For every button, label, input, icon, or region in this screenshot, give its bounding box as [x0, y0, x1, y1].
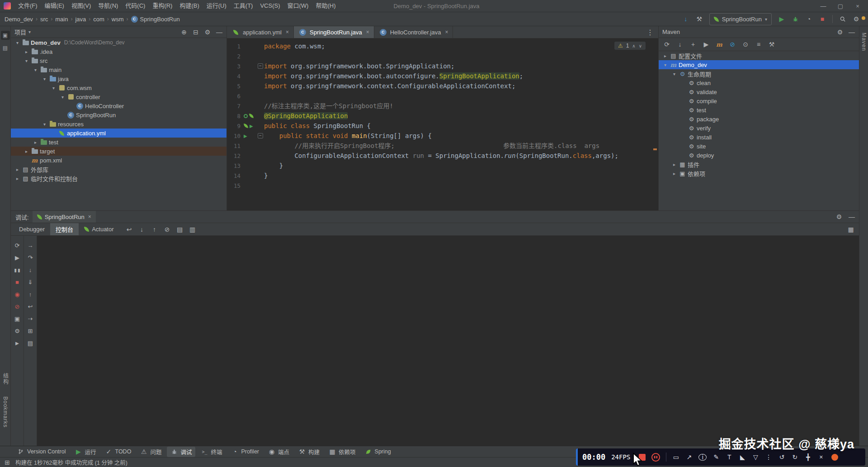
text-tool-icon[interactable]: T — [726, 453, 733, 461]
evaluate-expression-icon[interactable]: ⊞ — [27, 325, 34, 337]
breadcrumb-item[interactable]: java — [75, 16, 86, 23]
download-sources-icon[interactable]: ↓ — [676, 41, 684, 48]
chevron-icon[interactable]: ▾ — [59, 95, 66, 100]
execute-maven-icon[interactable]: m — [716, 41, 723, 48]
maven-tree-item[interactable]: ⚙verify — [659, 124, 859, 133]
eraser-tool-icon[interactable]: ◣ — [739, 453, 746, 461]
chevron-icon[interactable]: ▾ — [32, 67, 39, 72]
spring-gutter-icon[interactable] — [249, 114, 254, 118]
maven-tree-item[interactable]: ▾⚙生命周期 — [659, 69, 859, 78]
editor[interactable]: application.yml×CSpringBootRun.java×CHel… — [227, 26, 659, 210]
debug-session-tab[interactable]: SpringBootRun × — [33, 211, 96, 223]
funnel-tool-icon[interactable]: ▽ — [752, 453, 759, 461]
step-into-icon[interactable]: ↓ — [27, 264, 34, 276]
menu-item[interactable]: VCS(S) — [256, 0, 283, 12]
debug-settings-icon[interactable]: ⚙ — [14, 325, 21, 337]
project-tree-item[interactable]: ▾com.wsm — [11, 83, 226, 92]
stop-button[interactable]: ■ — [819, 15, 826, 23]
toolwindow-button-version-control[interactable]: Version Control — [14, 447, 69, 456]
chevron-icon[interactable]: ▾ — [41, 76, 48, 81]
redo-icon[interactable]: ↻ — [791, 453, 798, 461]
run-gutter-icon[interactable]: ▶ — [250, 124, 253, 129]
project-tree-item[interactable]: ▸test — [11, 138, 226, 147]
region-tool-icon[interactable]: ▭ — [672, 453, 679, 461]
more-tools-icon[interactable]: ⋮ — [765, 453, 772, 461]
structure-toolwindow-button[interactable]: 结构 — [2, 373, 9, 385]
chevron-icon[interactable]: ▸ — [23, 49, 30, 54]
editor-tab[interactable]: CHelloController.java× — [374, 26, 453, 38]
maven-tree-item[interactable]: ▾mDemo_dev — [659, 60, 859, 69]
breadcrumb-item[interactable]: wsm — [112, 16, 124, 23]
chevron-icon[interactable]: ▸ — [32, 140, 39, 145]
pause-recording-button[interactable]: ▮▮ — [651, 453, 660, 462]
breadcrumb-item[interactable]: CSpringBootRun — [131, 16, 180, 23]
maven-tree-item[interactable]: ⚙clean — [659, 78, 859, 87]
tab-list-more-icon[interactable]: ⋮ — [642, 28, 658, 37]
toolwindow-button-依赖项[interactable]: ▦依赖项 — [325, 447, 359, 457]
thread-dump-icon[interactable]: ▣ — [14, 313, 21, 325]
chevron-icon[interactable]: ▸ — [23, 149, 30, 154]
close-icon[interactable]: × — [88, 214, 91, 220]
breadcrumb-item[interactable]: com — [93, 16, 104, 23]
select-opened-file-icon[interactable]: ⊕ — [180, 29, 188, 36]
project-tree-item[interactable]: ▸▤外部库 — [11, 165, 226, 174]
project-tree-item[interactable]: ▸target — [11, 147, 226, 156]
maven-tree-item[interactable]: ⚙test — [659, 105, 859, 114]
debug-tab-console[interactable]: 控制台 — [50, 223, 79, 235]
toolwindow-button-运行[interactable]: ▶运行 — [71, 447, 99, 457]
breadcrumb-item[interactable]: src — [40, 16, 48, 23]
toolwindow-button-profiler[interactable]: ◔Profiler — [227, 447, 263, 456]
search-everywhere-icon[interactable] — [839, 15, 846, 23]
menu-item[interactable]: 构建(B) — [176, 0, 203, 12]
run-maven-goal-icon[interactable]: ▶ — [703, 41, 710, 48]
hide-panel-icon[interactable]: — — [848, 29, 855, 36]
menu-item[interactable]: 运行(U) — [203, 0, 230, 12]
run-button[interactable]: ▶ — [778, 15, 785, 23]
build-project-icon[interactable]: ⚒ — [696, 15, 703, 23]
show-execution-point-icon[interactable]: → — [27, 239, 34, 252]
project-toolwindow-button[interactable]: ▣ — [1, 31, 10, 40]
chevron-icon[interactable]: ▾ — [23, 58, 30, 63]
maximize-button[interactable]: ▢ — [833, 3, 848, 10]
chevron-icon[interactable]: ▾ — [14, 40, 21, 45]
pin-icon[interactable]: ► — [14, 337, 21, 349]
scroll-to-end-icon[interactable]: ↓ — [138, 226, 146, 233]
add-maven-project-icon[interactable]: + — [689, 41, 697, 48]
project-tree-item[interactable]: ▾main — [11, 65, 226, 74]
toolwindow-button-终端[interactable]: >_终端 — [197, 447, 226, 457]
maven-tree-item[interactable]: ⚙site — [659, 142, 859, 151]
menu-item[interactable]: 文件(F) — [14, 0, 41, 12]
print-icon[interactable]: ▤ — [27, 337, 34, 349]
profiler-button[interactable]: ◔ — [805, 15, 812, 23]
toolwindow-button-问题[interactable]: ⚠问题 — [137, 447, 165, 457]
project-options-icon[interactable]: ⚙ — [204, 29, 211, 36]
menu-item[interactable]: 窗口(W) — [284, 0, 312, 12]
stop-icon[interactable]: ■ — [14, 276, 21, 288]
update-project-icon[interactable]: ↓ — [682, 15, 689, 23]
maven-settings-icon[interactable]: ≡ — [755, 41, 762, 48]
drop-frame-icon[interactable]: ↩ — [27, 300, 34, 313]
maven-tree-item[interactable]: ▸▤配置文件 — [659, 51, 859, 60]
run-configuration-select[interactable]: SpringBootRun ▾ — [709, 13, 772, 25]
favorites-toolwindow-button[interactable]: ▤ — [1, 43, 10, 52]
project-tree-item[interactable]: ▸.idea — [11, 47, 226, 56]
soft-wrap-icon[interactable]: ↩ — [126, 226, 133, 233]
close-icon[interactable]: × — [366, 29, 369, 35]
chevron-icon[interactable]: ▾ — [50, 86, 57, 91]
close-icon[interactable]: × — [445, 29, 448, 35]
next-problem-icon[interactable]: ∨ — [639, 43, 642, 48]
chevron-icon[interactable]: ▸ — [14, 167, 21, 172]
print-console-icon[interactable]: ▤ — [176, 226, 184, 233]
debug-button[interactable] — [792, 15, 799, 23]
chevron-icon[interactable]: ▾ — [670, 71, 678, 76]
breadcrumb-item[interactable]: Demo_dev — [5, 16, 33, 23]
run-to-cursor-icon[interactable]: ⇢ — [27, 313, 34, 325]
maven-tree-item[interactable]: ⚙package — [659, 114, 859, 124]
menu-item[interactable]: 导航(N) — [94, 0, 122, 12]
menu-item[interactable]: 代码(C) — [122, 0, 149, 12]
project-tree-item[interactable]: ▾java — [11, 74, 226, 83]
maven-tree-item[interactable]: ▸▣依赖项 — [659, 169, 859, 178]
chevron-icon[interactable]: ▸ — [661, 53, 669, 58]
chevron-icon[interactable]: ▸ — [670, 171, 678, 176]
project-tree-item[interactable]: ▾src — [11, 56, 226, 65]
